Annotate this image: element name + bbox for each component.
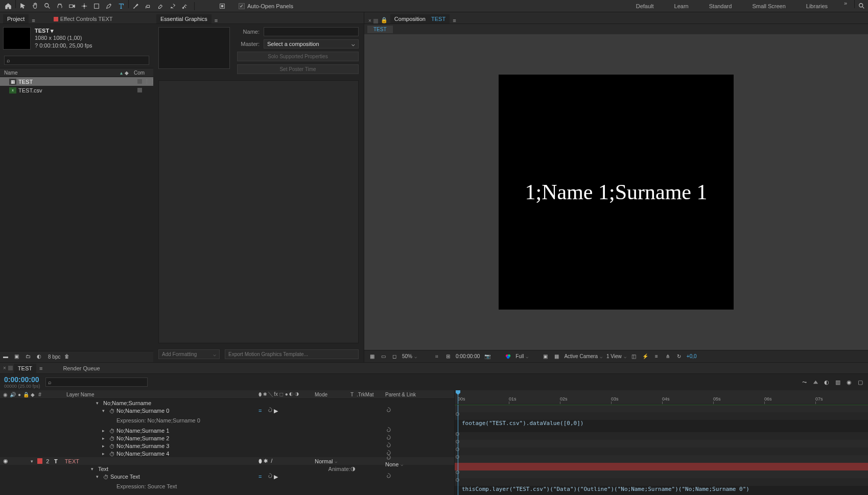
preview-time[interactable]: 0:00:00:00 [456, 353, 480, 359]
expression-text[interactable]: thisComp.layer("TEST.csv")("Data")("Outl… [462, 486, 749, 492]
resolution-dropdown[interactable]: Full [515, 353, 528, 359]
timeline-row[interactable]: ▾⏱ Source Text= ▶ [0, 473, 454, 480]
current-time[interactable]: 0:00:00:00 [4, 375, 40, 384]
roi-icon[interactable]: ▣ [542, 353, 549, 360]
label-col-icon[interactable]: ◆ [31, 392, 35, 397]
rectangle-tool-icon[interactable] [90, 0, 103, 12]
frame-blend-icon[interactable]: ▥ [834, 379, 841, 386]
comp-menu-icon[interactable]: ≡ [451, 17, 458, 23]
color-depth-icon[interactable]: ◐ [37, 353, 44, 361]
selection-tool-icon[interactable] [17, 0, 29, 12]
timeline-search[interactable]: ⌕ [45, 378, 148, 387]
lock-icon[interactable]: 🔒 [379, 17, 389, 23]
eg-solo-button[interactable]: Solo Supported Properties [237, 52, 359, 61]
essential-graphics-tab[interactable]: Essential Graphics [156, 14, 212, 23]
tl-close-icon[interactable]: × [2, 365, 7, 371]
switches-col[interactable]: ⬮ ✱ ╲ fx ⬚ ● ◐ ◑ [255, 391, 315, 397]
eg-master-select[interactable]: Select a composition⌵ [264, 39, 359, 49]
timeline-row[interactable]: ▸⏱ No;Name;Surname 3 [0, 442, 454, 450]
col-label-icon[interactable]: ◆ [125, 70, 132, 76]
t-col[interactable]: T [350, 392, 357, 397]
eg-menu-icon[interactable]: ≡ [213, 17, 220, 23]
snapshot-icon[interactable]: 📷 [484, 353, 491, 360]
clone-tool-icon[interactable] [142, 0, 154, 12]
draft3d-icon[interactable] [812, 379, 819, 386]
stopwatch-icon[interactable]: ⏱ [109, 443, 114, 449]
alpha-icon[interactable]: ▦ [368, 353, 376, 360]
timeline-icon[interactable]: ≡ [653, 353, 660, 360]
pickwhip-icon[interactable] [385, 455, 391, 460]
color-mgmt-icon[interactable] [504, 353, 511, 360]
eye-icon[interactable]: ◉ [3, 458, 8, 464]
pickwhip-icon[interactable] [385, 473, 391, 479]
workspace-learn[interactable]: Learn [664, 0, 699, 12]
time-ruler[interactable]: 00s01s02s03s04s05s06s07s [455, 390, 868, 405]
pixel-aspect-icon[interactable]: ◫ [630, 353, 638, 360]
video-col-icon[interactable]: ◉ [3, 392, 8, 397]
zoom-dropdown[interactable]: 50% [402, 353, 417, 359]
new-comp-icon[interactable]: ▣ [14, 353, 21, 361]
col-comment[interactable]: Com [134, 70, 149, 76]
fast-preview-icon[interactable]: ⚡ [642, 353, 649, 360]
timeline-row[interactable]: ▸⏱ No;Name;Surname 1 [0, 427, 454, 434]
eraser-tool-icon[interactable] [154, 0, 167, 12]
audio-col-icon[interactable]: 🔊 [10, 392, 16, 397]
timeline-row[interactable]: ▸⏱ No;Name;Surname 2 [0, 434, 454, 442]
eg-export-button[interactable]: Export Motion Graphics Template... [225, 349, 359, 359]
type-tool-icon[interactable] [115, 0, 127, 12]
pickwhip-icon[interactable] [385, 407, 391, 413]
workspace-standard[interactable]: Standard [699, 0, 742, 12]
comp-mini-flow-icon[interactable]: ⤳ [801, 379, 808, 386]
stopwatch-icon[interactable]: ⏱ [109, 436, 114, 441]
graph-editor-icon[interactable]: ▢ [857, 379, 864, 386]
camera-tool-icon[interactable] [66, 0, 78, 12]
solo-col-icon[interactable]: ● [18, 392, 21, 397]
workspace-default[interactable]: Default [626, 0, 664, 12]
zoom-tool-icon[interactable] [41, 0, 54, 12]
pickwhip-icon[interactable] [267, 473, 272, 479]
mode-col[interactable]: Mode [315, 392, 350, 397]
workspace-small-screen[interactable]: Small Screen [742, 0, 795, 12]
trkmat-col[interactable]: .TrkMat [357, 392, 385, 397]
animate-icon[interactable]: ◑ [350, 465, 356, 472]
project-row-csv[interactable]: x TEST.csv [0, 86, 153, 95]
effect-controls-tab[interactable]: Effect Controls TEXT [50, 14, 117, 23]
channel-icon[interactable]: ▭ [380, 353, 387, 360]
stopwatch-icon[interactable]: ⏱ [109, 451, 114, 456]
comp-close-icon[interactable]: × [367, 18, 372, 23]
number-col[interactable]: # [36, 392, 43, 397]
snapping-icon[interactable] [216, 0, 228, 12]
col-name[interactable]: Name▴ [4, 70, 123, 76]
new-folder-icon[interactable]: 🗀 [26, 353, 33, 361]
project-menu-icon[interactable]: ≡ [30, 17, 37, 23]
puppet-tool-icon[interactable] [179, 0, 191, 12]
expression-text[interactable]: footage("TEST.csv").dataValue([0,0]) [462, 420, 583, 427]
workspace-overflow-icon[interactable]: » [838, 0, 853, 12]
shy-icon[interactable]: ◐ [823, 379, 830, 386]
grid-icon[interactable]: ⊞ [444, 353, 452, 360]
stopwatch-icon[interactable]: ⏱ [109, 408, 114, 413]
eg-drop-area[interactable] [158, 80, 359, 343]
motion-blur-icon[interactable]: ◉ [846, 379, 853, 386]
lock-col-icon[interactable]: 🔒 [23, 392, 29, 397]
exposure-value[interactable]: +0,0 [687, 353, 697, 359]
eg-add-formatting[interactable]: Add Formatting⌵ [158, 349, 220, 359]
composition-viewer[interactable]: 1;Name 1;Surname 1 [364, 34, 868, 350]
pickwhip-icon[interactable] [385, 427, 391, 433]
timeline-row[interactable]: Expression: No;Name;Surname 0 [0, 414, 454, 427]
project-search[interactable]: ⌕ [4, 56, 149, 65]
pan-behind-tool-icon[interactable] [78, 0, 90, 12]
play-icon[interactable]: ▶ [274, 408, 278, 414]
workspace-libraries[interactable]: Libraries [796, 0, 838, 12]
play-icon[interactable]: ▶ [274, 474, 278, 480]
parent-col[interactable]: Parent & Link [385, 392, 447, 397]
stopwatch-icon[interactable]: ⏱ [109, 428, 114, 433]
flowchart-icon[interactable]: ⋔ [664, 353, 671, 360]
orbit-tool-icon[interactable] [54, 0, 66, 12]
timeline-row[interactable]: ▾⏱ No;Name;Surname 0= ▶ [0, 407, 454, 414]
layer-name-col[interactable]: Layer Name [51, 392, 255, 397]
pickwhip-icon[interactable] [385, 435, 391, 440]
eg-poster-button[interactable]: Set Poster Time [237, 64, 359, 74]
timeline-row[interactable]: ◉▾2T TEXT⬮ ✱ /Normal None [0, 457, 454, 465]
auto-open-checkbox[interactable]: Auto-Open Panels [239, 3, 293, 9]
